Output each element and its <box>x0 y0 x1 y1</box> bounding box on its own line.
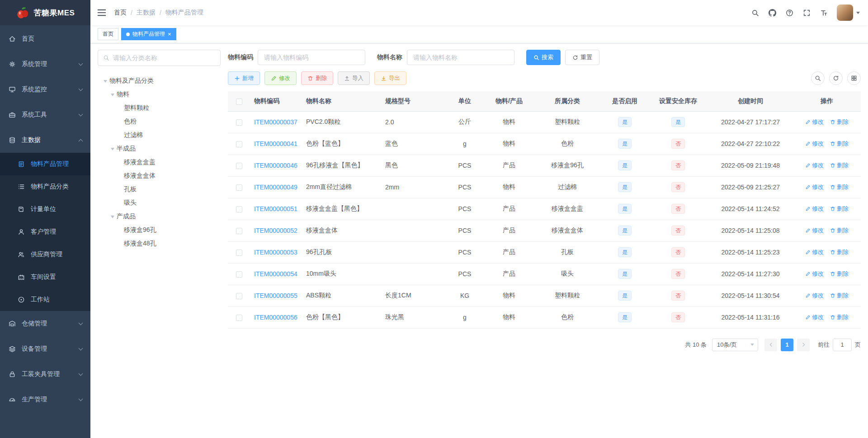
row-checkbox[interactable] <box>236 250 242 256</box>
logo[interactable]: 苦糖果MES <box>0 0 90 25</box>
tree-node[interactable]: 孔板 <box>98 183 221 196</box>
material-code-link[interactable]: ITEM00000049 <box>254 184 297 191</box>
sidebar-item-warehouse-management[interactable]: 仓储管理 <box>0 311 90 336</box>
avatar[interactable] <box>837 5 853 21</box>
sidebar-item-system-monitor[interactable]: 系统监控 <box>0 77 90 102</box>
material-code-link[interactable]: ITEM00000056 <box>254 314 297 321</box>
delete-button[interactable]: 删除 <box>301 71 333 85</box>
sidebar-subitem-material-product-category[interactable]: 物料产品分类 <box>0 175 90 198</box>
tree-node[interactable]: 移液盒48孔 <box>98 237 221 250</box>
breadcrumb-item[interactable]: 首页 <box>114 9 127 17</box>
sidebar-subitem-material-product-management[interactable]: 物料产品管理 <box>0 153 90 175</box>
row-edit-link[interactable]: 修改 <box>805 205 824 213</box>
export-button[interactable]: 导出 <box>374 71 406 85</box>
row-edit-link[interactable]: 修改 <box>805 248 824 256</box>
sidebar-subitem-supplier-management[interactable]: 供应商管理 <box>0 243 90 266</box>
reset-button[interactable]: 重置 <box>565 50 599 65</box>
tree-node[interactable]: 过滤棉 <box>98 128 221 142</box>
fullscreen-icon[interactable] <box>802 9 811 17</box>
github-icon[interactable] <box>768 9 776 17</box>
tree-node[interactable]: 色粉 <box>98 115 221 128</box>
row-edit-link[interactable]: 修改 <box>805 270 824 278</box>
row-delete-link[interactable]: 删除 <box>830 248 849 256</box>
row-checkbox[interactable] <box>236 271 242 278</box>
material-name-input[interactable] <box>407 50 514 65</box>
tree-node[interactable]: 移液盒盒体 <box>98 169 221 183</box>
row-delete-link[interactable]: 删除 <box>830 183 849 191</box>
sidebar-subitem-measurement-unit[interactable]: 计量单位 <box>0 198 90 221</box>
row-checkbox[interactable] <box>236 293 242 299</box>
toggle-search-button[interactable] <box>811 71 825 85</box>
row-delete-link[interactable]: 删除 <box>830 118 849 126</box>
select-all-checkbox[interactable] <box>236 99 242 105</box>
row-checkbox[interactable] <box>236 228 242 234</box>
material-code-input[interactable] <box>258 50 365 65</box>
sidebar-item-master-data[interactable]: 主数据 <box>0 127 90 153</box>
page-number-1[interactable]: 1 <box>781 339 793 351</box>
sidebar-subitem-customer-management[interactable]: 客户管理 <box>0 221 90 243</box>
row-checkbox[interactable] <box>236 141 242 147</box>
row-checkbox[interactable] <box>236 184 242 191</box>
material-code-link[interactable]: ITEM00000037 <box>254 118 297 126</box>
edit-button[interactable]: 修改 <box>264 71 297 85</box>
material-code-link[interactable]: ITEM00000055 <box>254 292 297 299</box>
tree-node[interactable]: 吸头 <box>98 196 221 210</box>
tree-expand-icon[interactable] <box>108 146 117 152</box>
material-code-link[interactable]: ITEM00000051 <box>254 205 297 212</box>
goto-page-input[interactable] <box>833 339 852 351</box>
material-code-link[interactable]: ITEM00000041 <box>254 140 297 147</box>
add-button[interactable]: 新增 <box>228 71 260 85</box>
row-delete-link[interactable]: 删除 <box>830 161 849 170</box>
row-checkbox[interactable] <box>236 163 242 169</box>
tree-node[interactable]: 半成品 <box>98 142 221 155</box>
row-checkbox[interactable] <box>236 206 242 212</box>
user-menu[interactable] <box>837 5 860 21</box>
row-edit-link[interactable]: 修改 <box>805 226 824 235</box>
hamburger-icon[interactable] <box>97 8 107 18</box>
row-edit-link[interactable]: 修改 <box>805 313 824 321</box>
sidebar-item-fixture-management[interactable]: 工装夹具管理 <box>0 362 90 387</box>
sidebar-item-equipment-management[interactable]: 设备管理 <box>0 336 90 362</box>
row-edit-link[interactable]: 修改 <box>805 183 824 191</box>
row-delete-link[interactable]: 删除 <box>830 205 849 213</box>
column-settings-button[interactable] <box>847 71 861 85</box>
tab-物料产品管理[interactable]: 物料产品管理× <box>121 28 176 40</box>
tree-node[interactable]: 物料及产品分类 <box>98 74 221 88</box>
row-delete-link[interactable]: 删除 <box>830 292 849 300</box>
prev-page-button[interactable] <box>764 339 777 351</box>
help-icon[interactable] <box>785 9 793 17</box>
tree-expand-icon[interactable] <box>108 91 117 98</box>
row-edit-link[interactable]: 修改 <box>805 140 824 148</box>
tree-expand-icon[interactable] <box>101 78 109 85</box>
import-button[interactable]: 导入 <box>338 71 370 85</box>
tree-node[interactable]: 产成品 <box>98 210 221 223</box>
category-search-input[interactable] <box>113 54 215 61</box>
tree-node[interactable]: 塑料颗粒 <box>98 101 221 115</box>
row-edit-link[interactable]: 修改 <box>805 118 824 126</box>
sidebar-item-system-tools[interactable]: 系统工具 <box>0 102 90 127</box>
material-code-link[interactable]: ITEM00000052 <box>254 227 297 234</box>
page-size-select[interactable]: 10条/页 <box>712 339 758 351</box>
sidebar-item-home[interactable]: 首页 <box>0 26 90 52</box>
next-page-button[interactable] <box>797 339 810 351</box>
row-edit-link[interactable]: 修改 <box>805 292 824 300</box>
refresh-button[interactable] <box>829 71 843 85</box>
material-code-link[interactable]: ITEM00000054 <box>254 270 297 278</box>
tree-node[interactable]: 物料 <box>98 88 221 101</box>
row-delete-link[interactable]: 删除 <box>830 226 849 235</box>
sidebar-item-production-management[interactable]: 生产管理 <box>0 387 90 412</box>
row-delete-link[interactable]: 删除 <box>830 270 849 278</box>
sidebar-subitem-workstation[interactable]: 工作站 <box>0 288 90 311</box>
sidebar-item-system-management[interactable]: 系统管理 <box>0 52 90 77</box>
tree-node[interactable]: 移液盒96孔 <box>98 223 221 237</box>
row-checkbox[interactable] <box>236 119 242 126</box>
row-delete-link[interactable]: 删除 <box>830 140 849 148</box>
row-edit-link[interactable]: 修改 <box>805 161 824 170</box>
font-size-icon[interactable] <box>820 9 828 17</box>
search-button[interactable]: 搜索 <box>526 50 561 65</box>
tree-expand-icon[interactable] <box>108 213 117 220</box>
close-icon[interactable]: × <box>168 31 171 37</box>
material-code-link[interactable]: ITEM00000046 <box>254 162 297 169</box>
tab-首页[interactable]: 首页 <box>98 28 118 40</box>
row-checkbox[interactable] <box>236 315 242 321</box>
